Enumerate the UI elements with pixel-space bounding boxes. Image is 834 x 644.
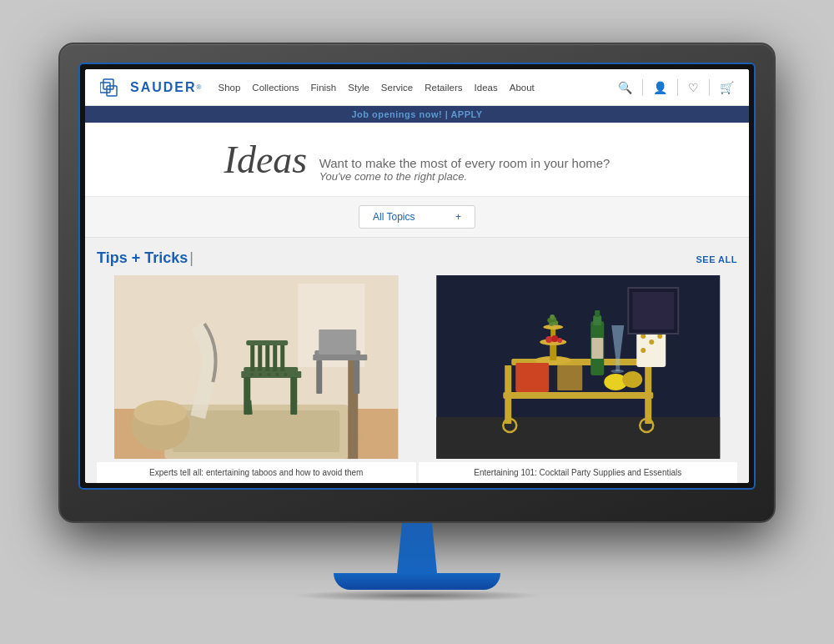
cart-button[interactable]: 🛒: [720, 81, 734, 94]
svg-rect-39: [505, 365, 511, 424]
svg-point-20: [259, 373, 262, 376]
hero-section: Ideas Want to make the most of every roo…: [85, 123, 749, 197]
logo-icon: [100, 78, 125, 98]
monitor-shadow: [292, 590, 542, 601]
nav-link-style[interactable]: Style: [348, 83, 369, 93]
svg-rect-0: [100, 83, 110, 93]
svg-point-52: [550, 314, 555, 319]
nav-link-service[interactable]: Service: [381, 83, 413, 93]
svg-rect-32: [354, 360, 359, 394]
nav-link-retailers[interactable]: Retailers: [425, 83, 462, 93]
svg-rect-2: [107, 86, 117, 96]
svg-rect-16: [280, 342, 284, 371]
svg-rect-12: [250, 342, 254, 371]
top-nav: SAUDER® Shop Collections Finish Style Se…: [85, 69, 749, 106]
see-all-link[interactable]: SEE ALL: [696, 254, 737, 264]
svg-rect-17: [246, 340, 288, 345]
svg-rect-1: [103, 79, 113, 89]
nav-links: Shop Collections Finish Style Service Re…: [218, 83, 618, 93]
monitor-outer: SAUDER® Shop Collections Finish Style Se…: [58, 43, 776, 523]
hero-subtitle-main: Want to make the most of every room in y…: [319, 156, 610, 170]
svg-point-22: [275, 373, 279, 376]
chair-image: [97, 275, 416, 459]
search-icon: 🔍: [618, 81, 632, 94]
svg-point-70: [622, 371, 642, 388]
svg-rect-18: [241, 371, 301, 378]
hero-subtitle: Want to make the most of every room in y…: [319, 156, 610, 183]
card-cocktail-party[interactable]: Entertaining 101: Cocktail Party Supplie…: [419, 275, 738, 483]
svg-rect-13: [258, 342, 262, 371]
nav-link-about[interactable]: About: [510, 83, 535, 93]
all-topics-label: All Topics: [373, 211, 414, 223]
section-pipe: |: [189, 249, 193, 266]
svg-rect-14: [265, 342, 269, 371]
svg-point-34: [133, 400, 187, 425]
card-1-caption: Experts tell all: entertaining taboos an…: [97, 462, 416, 483]
nav-link-collections[interactable]: Collections: [252, 83, 299, 93]
all-topics-button[interactable]: All Topics +: [359, 205, 475, 229]
monitor-neck: [392, 523, 442, 573]
nav-link-ideas[interactable]: Ideas: [475, 83, 498, 93]
svg-point-54: [551, 335, 558, 342]
monitor-bezel: SAUDER® Shop Collections Finish Style Se…: [78, 63, 756, 490]
card-2-caption: Entertaining 101: Cocktail Party Supplie…: [419, 462, 738, 483]
card-entertaining-taboos[interactable]: Experts tell all: entertaining taboos an…: [97, 275, 416, 483]
svg-rect-68: [557, 365, 582, 390]
svg-point-61: [610, 370, 624, 373]
nav-divider-2: [677, 79, 678, 96]
cart-icon: 🛒: [720, 81, 734, 94]
logo-reg: ®: [197, 83, 202, 91]
logo-area: SAUDER®: [100, 78, 201, 98]
svg-point-64: [649, 340, 654, 345]
plus-icon: +: [455, 211, 461, 223]
heart-icon: ♡: [688, 81, 699, 94]
announcement-link[interactable]: APPLY: [450, 109, 482, 119]
svg-rect-72: [632, 292, 674, 330]
svg-rect-36: [436, 417, 720, 459]
svg-point-53: [545, 336, 552, 343]
monitor-shell: SAUDER® Shop Collections Finish Style Se…: [58, 43, 776, 601]
svg-rect-29: [319, 330, 356, 355]
hero-title: Ideas: [224, 141, 308, 179]
svg-rect-59: [591, 338, 603, 359]
svg-rect-31: [316, 360, 322, 394]
topics-bar: All Topics +: [85, 197, 749, 238]
section-title-area: Tips + Tricks|: [97, 249, 193, 267]
svg-rect-40: [645, 365, 651, 424]
svg-point-21: [267, 373, 270, 376]
svg-rect-67: [515, 363, 549, 392]
svg-rect-30: [313, 355, 367, 360]
section-title: Tips + Tricks|: [97, 249, 193, 266]
account-icon: 👤: [653, 81, 667, 94]
svg-point-55: [557, 338, 562, 343]
nav-icons: 🔍 👤 ♡ 🛒: [618, 79, 734, 96]
party-image: [419, 275, 738, 459]
svg-point-65: [641, 348, 646, 353]
announcement-text: Job openings now! |: [351, 109, 450, 119]
hero-subtitle-sub: You've come to the right place.: [319, 170, 610, 183]
monitor-base: [334, 573, 500, 590]
search-button[interactable]: 🔍: [618, 81, 632, 94]
svg-point-19: [250, 373, 254, 376]
section-header: Tips + Tricks| SEE ALL: [97, 249, 737, 267]
announcement-bar: Job openings now! | APPLY: [85, 106, 749, 123]
monitor-screen: SAUDER® Shop Collections Finish Style Se…: [85, 69, 749, 483]
nav-divider-3: [709, 79, 710, 96]
svg-rect-15: [273, 342, 277, 371]
nav-link-finish[interactable]: Finish: [311, 83, 337, 93]
svg-rect-58: [595, 310, 600, 317]
svg-rect-60: [615, 359, 620, 371]
content-area: Tips + Tricks| SEE ALL: [85, 238, 749, 483]
nav-link-shop[interactable]: Shop: [218, 83, 240, 93]
wishlist-button[interactable]: ♡: [688, 81, 699, 94]
image-grid: Experts tell all: entertaining taboos an…: [97, 275, 737, 483]
logo-text: SAUDER: [130, 80, 197, 95]
nav-divider-1: [642, 79, 643, 96]
section-title-text: Tips + Tricks: [97, 249, 188, 266]
svg-rect-37: [503, 392, 653, 399]
svg-point-23: [284, 373, 287, 376]
account-button[interactable]: 👤: [653, 81, 667, 94]
